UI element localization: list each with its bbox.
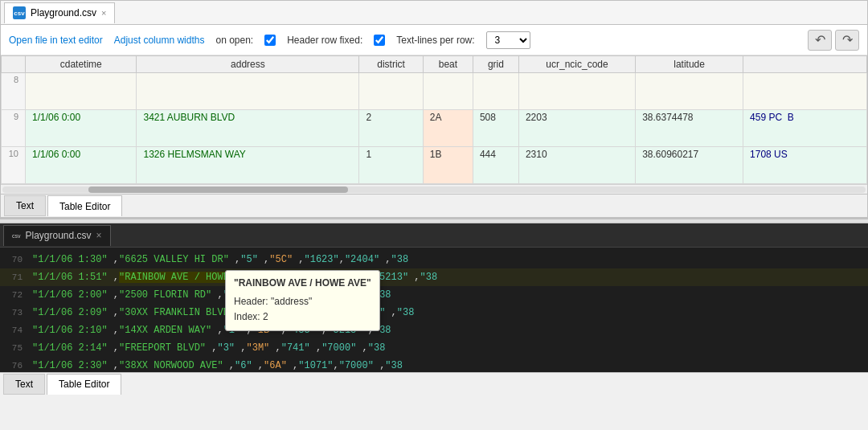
row-number-8: 8 xyxy=(2,73,26,110)
cell-9-beat[interactable]: 2A xyxy=(423,110,473,147)
top-tab-bar: csv Playground.csv × xyxy=(1,1,867,25)
col-grid[interactable]: grid xyxy=(473,56,518,73)
tab-table-editor-bottom[interactable]: Table Editor xyxy=(47,374,121,395)
row-num-header xyxy=(2,56,26,73)
cell-8-address[interactable] xyxy=(137,73,359,110)
tab-table-editor-top[interactable]: Table Editor xyxy=(47,195,122,216)
cell-10-ucr[interactable]: 2310 xyxy=(518,147,635,184)
cell-tooltip: "RAINBOW AVE / HOWE AVE" Header: "addres… xyxy=(225,270,380,331)
on-open-checkbox[interactable] xyxy=(264,35,276,46)
tooltip-header: Header: "address" xyxy=(234,294,371,309)
cell-10-district[interactable]: 1 xyxy=(359,147,423,184)
editor-line-74: 74 "1/1/06 2:10" ,"14XX ARDEN WAY" ,"1" … xyxy=(0,321,868,339)
line-num-76: 76 xyxy=(0,361,29,371)
line-num-73: 73 xyxy=(0,308,29,317)
col-cdatetime[interactable]: cdatetime xyxy=(26,56,137,73)
cell-9-cdatetime[interactable]: 1/1/06 0:00 xyxy=(26,110,137,147)
cell-9-district[interactable]: 2 xyxy=(359,110,423,147)
line-num-71: 71 xyxy=(0,272,29,282)
on-open-label: on open: xyxy=(215,35,253,46)
line-num-75: 75 xyxy=(0,343,29,353)
col-latitude[interactable]: latitude xyxy=(636,56,743,73)
line-content-70: "1/1/06 1:30" ,"6625 VALLEY HI DR" ,"5" … xyxy=(29,254,408,265)
cell-9-grid[interactable]: 508 xyxy=(473,110,518,147)
bottom-tab-playground[interactable]: csv Playground.csv × xyxy=(3,225,111,246)
table-row: 9 1/1/06 0:00 3421 AUBURN BLVD 2 2A 508 … xyxy=(2,110,867,147)
line-num-72: 72 xyxy=(0,290,29,300)
bottom-window-tabs: Text Table Editor xyxy=(0,372,868,395)
bottom-window: csv Playground.csv × 70 "1/1/06 1:30" ,"… xyxy=(0,223,868,395)
col-more xyxy=(743,56,867,73)
tab-text-bottom[interactable]: Text xyxy=(3,374,45,395)
editor-line-76: 76 "1/1/06 2:30" ,"38XX NORWOOD AVE" ,"6… xyxy=(0,357,868,372)
cell-10-cdatetime[interactable]: 1/1/06 0:00 xyxy=(26,147,137,184)
line-content-76: "1/1/06 2:30" ,"38XX NORWOOD AVE" ,"6" ,… xyxy=(29,360,403,371)
bottom-tab-bar: csv Playground.csv × xyxy=(0,223,868,248)
scrollbar-thumb xyxy=(88,186,347,193)
text-lines-label: Text-lines per row: xyxy=(396,35,474,46)
open-file-link[interactable]: Open file in text editor xyxy=(9,35,103,46)
cell-9-ucr[interactable]: 2203 xyxy=(518,110,635,147)
cell-8-beat[interactable] xyxy=(423,73,473,110)
col-beat[interactable]: beat xyxy=(423,56,473,73)
cell-9-lat[interactable]: 38.6374478 xyxy=(636,110,743,147)
text-editor[interactable]: 70 "1/1/06 1:30" ,"6625 VALLEY HI DR" ,"… xyxy=(0,248,868,372)
undo-redo-group: ↶ ↷ xyxy=(808,30,859,51)
cell-8-district[interactable] xyxy=(359,73,423,110)
tab-text-top[interactable]: Text xyxy=(4,195,46,216)
header-row-label: Header row fixed: xyxy=(287,35,362,46)
cell-10-desc[interactable]: 1708 US xyxy=(743,147,867,184)
cell-10-lat[interactable]: 38.60960217 xyxy=(636,147,743,184)
bottom-tab-label: Playground.csv xyxy=(26,230,92,241)
bottom-tab-close[interactable]: × xyxy=(96,230,102,241)
col-address[interactable]: address xyxy=(137,56,359,73)
line-num-74: 74 xyxy=(0,326,29,335)
line-content-75: "1/1/06 2:14" ,"FREEPORT BLVD" ,"3" ,"3M… xyxy=(29,342,385,354)
table-scrollbar[interactable] xyxy=(1,184,867,194)
top-tab-playground[interactable]: csv Playground.csv × xyxy=(4,2,115,23)
tooltip-index: Index: 2 xyxy=(234,309,371,325)
csv-icon-2: csv xyxy=(12,233,21,239)
row-number-10: 10 xyxy=(2,147,26,184)
cell-8-desc[interactable] xyxy=(743,73,867,110)
cell-10-address[interactable]: 1326 HELMSMAN WAY xyxy=(137,147,359,184)
table-row: 8 xyxy=(2,73,867,110)
csv-table-container[interactable]: cdatetime address district beat grid ucr… xyxy=(1,55,867,184)
toolbar: Open file in text editor Adjust column w… xyxy=(1,25,867,55)
editor-line-70: 70 "1/1/06 1:30" ,"6625 VALLEY HI DR" ,"… xyxy=(0,251,868,268)
top-window-bottom-tabs: Text Table Editor xyxy=(1,194,867,218)
top-tab-close[interactable]: × xyxy=(101,8,106,18)
cell-9-desc[interactable]: 459 PC B xyxy=(743,110,867,147)
table-row: 10 1/1/06 0:00 1326 HELMSMAN WAY 1 1B 44… xyxy=(2,147,867,184)
cell-9-address[interactable]: 3421 AUBURN BLVD xyxy=(137,110,359,147)
row-number-9: 9 xyxy=(2,110,26,147)
editor-line-72: 72 "1/1/06 2:00" ,"2500 FLORIN RD" ,"5" … xyxy=(0,286,868,304)
csv-icon: csv xyxy=(13,6,26,19)
top-tab-label: Playground.csv xyxy=(31,7,96,18)
editor-line-71: 71 "1/1/06 1:51" ,"RAINBOW AVE / HOWE AV… xyxy=(0,268,868,286)
adjust-columns-link[interactable]: Adjust column widths xyxy=(114,35,205,46)
tooltip-value: "RAINBOW AVE / HOWE AVE" xyxy=(234,276,371,291)
cell-8-grid[interactable] xyxy=(473,73,518,110)
cell-10-beat[interactable]: 1B xyxy=(423,147,473,184)
cell-8-lat[interactable] xyxy=(636,73,743,110)
csv-table: cdatetime address district beat grid ucr… xyxy=(1,55,867,184)
undo-button[interactable]: ↶ xyxy=(808,30,832,51)
text-lines-select[interactable]: 3 1 2 4 5 xyxy=(486,31,530,49)
col-ucr[interactable]: ucr_ncic_code xyxy=(518,56,635,73)
col-district[interactable]: district xyxy=(359,56,423,73)
cell-8-ucr[interactable] xyxy=(518,73,635,110)
scrollbar-track xyxy=(2,186,866,193)
redo-button[interactable]: ↷ xyxy=(835,30,859,51)
cell-10-grid[interactable]: 444 xyxy=(473,147,518,184)
header-row-checkbox[interactable] xyxy=(374,35,385,46)
line-num-70: 70 xyxy=(0,255,29,264)
editor-line-73: 73 "1/1/06 2:09" ,"30XX FRANKLIN BLVD" ,… xyxy=(0,304,868,321)
editor-line-75: 75 "1/1/06 2:14" ,"FREEPORT BLVD" ,"3" ,… xyxy=(0,339,868,357)
cell-8-cdatetime[interactable] xyxy=(26,73,137,110)
top-window: csv Playground.csv × Open file in text e… xyxy=(0,0,868,219)
